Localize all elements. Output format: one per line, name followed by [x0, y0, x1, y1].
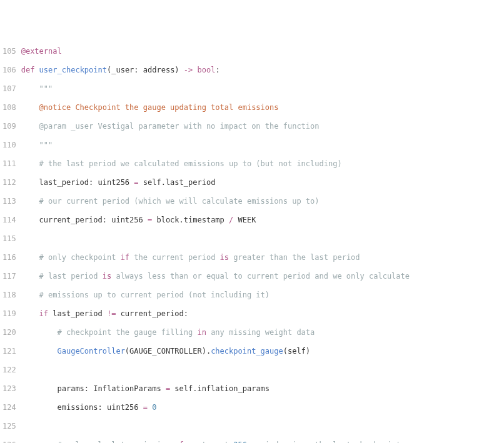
code-line: # checkpoint the gauge filling in any mi…: [21, 328, 504, 337]
var-decl: last_period: uint256: [21, 178, 134, 187]
call: checkpoint_gauge: [211, 347, 283, 356]
line-number: 125: [3, 422, 16, 431]
line-number: 107: [3, 84, 16, 94]
code-line: GaugeController(GAUGE_CONTROLLER).checkp…: [21, 347, 504, 356]
line-number: 106: [3, 66, 16, 75]
comment: always less than or equal to current per…: [111, 272, 410, 281]
args: (self): [283, 347, 310, 356]
code-line: """: [21, 141, 504, 150]
code-line: @notice Checkpoint the gauge updating to…: [21, 103, 504, 112]
code-line: @external: [21, 47, 504, 56]
line-number: 116: [3, 253, 16, 262]
line-number: 115: [3, 234, 16, 244]
line-number: 119: [3, 309, 16, 319]
code-line: # only calculate emissions for at most 2…: [21, 441, 504, 443]
op-eq: =: [143, 403, 148, 412]
code-line: # last period is always less than or equ…: [21, 272, 504, 281]
comment: greater than the last period: [229, 253, 360, 262]
decorator: @external: [21, 47, 62, 56]
expr: current_period:: [116, 309, 188, 318]
line-number: 117: [3, 272, 16, 281]
keyword-for: for: [179, 441, 193, 443]
line-number: 126: [3, 441, 16, 443]
code-block: 105 106 107 108 109 110 111 112 113 114 …: [0, 37, 504, 443]
keyword-is: is: [103, 272, 111, 281]
line-number: 120: [3, 328, 16, 337]
number: 0: [152, 403, 156, 412]
keyword-def: def: [21, 66, 35, 74]
docstring-param: @param _user Vestigal parameter with no …: [21, 122, 320, 131]
expr: (GAUGE_CONTROLLER).: [125, 347, 211, 356]
comment: # our current period (which we will calc…: [21, 197, 320, 206]
line-number: 112: [3, 178, 16, 187]
keyword-if: if: [121, 253, 129, 262]
code-line: current_period: uint256 = block.timestam…: [21, 216, 504, 225]
expr: self.last_period: [139, 178, 216, 187]
keyword-is: is: [220, 253, 229, 262]
comment: # emissions up to current period (not in…: [21, 291, 270, 299]
code-line: if last_period != current_period:: [21, 309, 504, 319]
keyword-in: in: [197, 328, 206, 337]
code-content: @external def user_checkpoint(_user: add…: [21, 37, 504, 443]
var-decl: emissions: uint256: [21, 403, 143, 412]
line-number: 111: [3, 159, 16, 169]
line-number: 118: [3, 291, 16, 300]
comment: any missing weight data: [206, 328, 315, 337]
line-number: 109: [3, 122, 16, 131]
var-decl: params: InflationParams: [21, 384, 166, 393]
comment: # only calculate emissions: [21, 441, 179, 443]
number: 256: [233, 441, 247, 443]
return-type: bool: [193, 66, 215, 74]
comment: periods since the last checkpoint: [247, 441, 401, 443]
indent: [21, 347, 58, 356]
code-line: # our current period (which we will calc…: [21, 197, 504, 206]
line-number: 105: [3, 47, 16, 56]
code-line: [21, 366, 504, 375]
code-line: params: InflationParams = self.inflation…: [21, 384, 504, 394]
comment: # last period: [21, 272, 103, 281]
line-number: 108: [3, 103, 16, 112]
line-number: 113: [3, 197, 16, 206]
code-line: # only checkpoint if the current period …: [21, 253, 504, 262]
expr: last_period: [48, 309, 107, 318]
docstring-notice: @notice Checkpoint the gauge updating to…: [21, 103, 279, 112]
code-line: def user_checkpoint(_user: address) -> b…: [21, 66, 504, 75]
code-line: [21, 422, 504, 431]
code-line: """: [21, 84, 504, 94]
line-number-gutter: 105 106 107 108 109 110 111 112 113 114 …: [0, 37, 21, 443]
var-decl: current_period: uint256: [21, 216, 148, 224]
comment: the current period: [129, 253, 220, 262]
call: GaugeController: [57, 347, 124, 356]
code-line: [21, 234, 504, 244]
code-line: # emissions up to current period (not in…: [21, 291, 504, 300]
line-number: 114: [3, 216, 16, 225]
colon: :: [215, 66, 219, 74]
code-line: @param _user Vestigal parameter with no …: [21, 122, 504, 131]
line-number: 124: [3, 403, 16, 412]
arrow: ->: [184, 66, 193, 74]
keyword-if: if: [21, 309, 48, 318]
function-name: user_checkpoint: [39, 66, 107, 74]
comment: # checkpoint the gauge filling: [21, 328, 198, 337]
line-number: 123: [3, 384, 16, 394]
comment: at most: [193, 441, 233, 443]
op-ne: !=: [107, 309, 116, 318]
op-eq: =: [134, 178, 138, 187]
comment: # only checkpoint: [21, 253, 121, 262]
expr: WEEK: [233, 216, 256, 224]
code-line: last_period: uint256 = self.last_period: [21, 178, 504, 187]
line-number: 121: [3, 347, 16, 356]
params: (_user: address): [107, 66, 184, 74]
code-line: emissions: uint256 = 0: [21, 403, 504, 412]
code-line: # the last period we calculated emission…: [21, 159, 504, 169]
line-number: 122: [3, 366, 16, 375]
expr: self.inflation_params: [170, 384, 270, 393]
line-number: 110: [3, 141, 16, 150]
comment: # the last period we calculated emission…: [21, 159, 342, 168]
expr: block.timestamp: [152, 216, 229, 224]
docstring: """: [21, 141, 53, 149]
docstring: """: [21, 84, 53, 93]
